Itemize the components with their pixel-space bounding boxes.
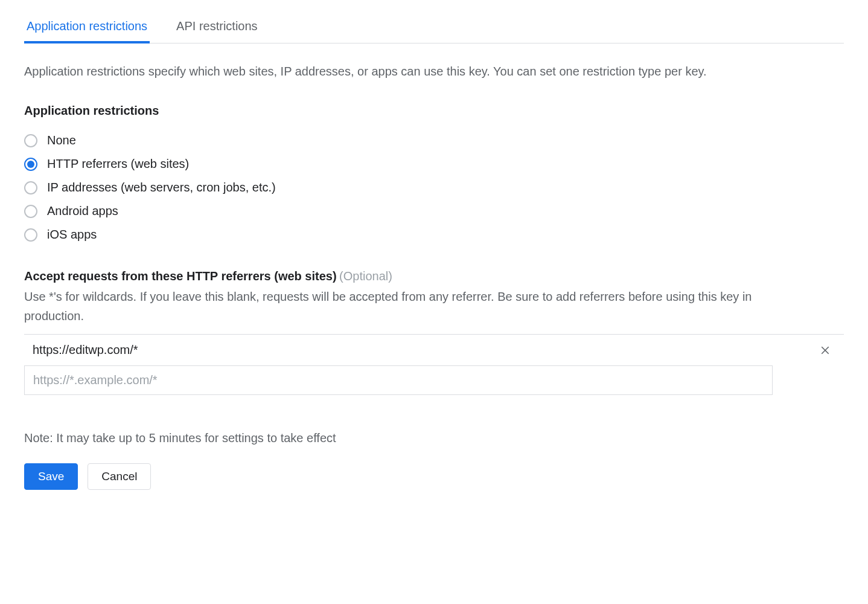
referrers-optional-label: (Optional) [339,269,392,283]
radio-icon [24,228,37,242]
radio-option-android-apps[interactable]: Android apps [24,199,844,223]
radio-icon [24,134,37,147]
tab-bar: Application restrictions API restriction… [24,12,844,43]
radio-icon [24,181,37,194]
application-restrictions-heading: Application restrictions [24,104,844,118]
save-button[interactable]: Save [24,463,78,490]
radio-label: IP addresses (web servers, cron jobs, et… [47,181,276,194]
cancel-button[interactable]: Cancel [88,463,151,490]
radio-option-ios-apps[interactable]: iOS apps [24,223,844,246]
radio-label: None [47,133,76,147]
radio-icon [24,205,37,218]
tab-application-restrictions[interactable]: Application restrictions [24,12,150,43]
referrers-heading: Accept requests from these HTTP referrer… [24,269,337,283]
referrer-value: https://editwp.com/* [33,343,819,357]
radio-label: HTTP referrers (web sites) [47,157,189,171]
radio-label: Android apps [47,204,118,218]
radio-icon [24,158,37,171]
radio-label: iOS apps [47,228,97,242]
referrer-list: https://editwp.com/* [24,334,844,395]
restrictions-radio-group: None HTTP referrers (web sites) IP addre… [24,129,844,246]
referrer-entry: https://editwp.com/* [24,335,844,365]
referrers-section: Accept requests from these HTTP referrer… [24,269,844,395]
add-referrer-input[interactable] [24,365,773,395]
radio-option-http-referrers[interactable]: HTTP referrers (web sites) [24,152,844,176]
tab-api-restrictions[interactable]: API restrictions [174,12,260,43]
remove-referrer-icon[interactable] [819,344,832,357]
referrers-help-text: Use *'s for wildcards. If you leave this… [24,287,773,326]
radio-option-ip-addresses[interactable]: IP addresses (web servers, cron jobs, et… [24,176,844,199]
restrictions-description: Application restrictions specify which w… [24,62,736,81]
radio-option-none[interactable]: None [24,129,844,152]
settings-delay-note: Note: It may take up to 5 minutes for se… [24,431,844,445]
action-buttons: Save Cancel [24,463,844,490]
